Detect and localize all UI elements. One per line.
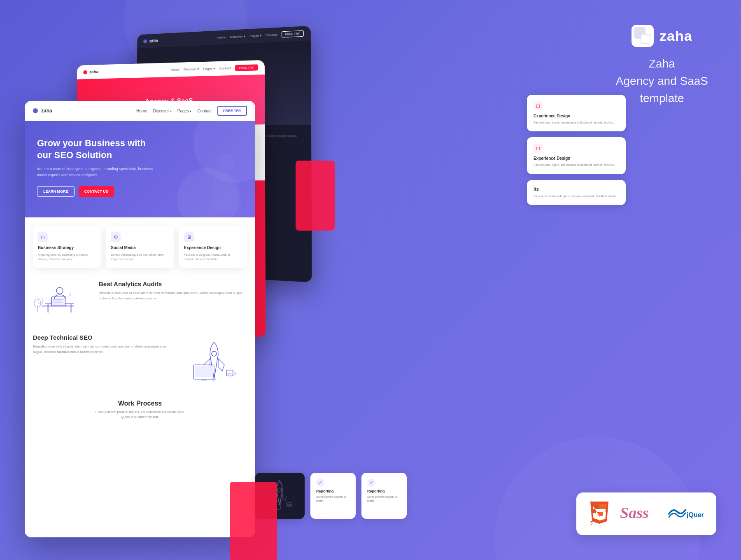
strategy-text: Morbling phontro sapiening ut mattis viv… bbox=[38, 252, 96, 262]
svg-text:$$$: $$$ bbox=[287, 504, 292, 506]
social-icon: ⚙ bbox=[111, 232, 121, 242]
brand-section: zaha ZahaAgency and SaaStemplate bbox=[616, 25, 708, 107]
analytics-text: Phasellus vitae velit sit amet diam semp… bbox=[99, 291, 247, 301]
right-card-icon-2: ◻ bbox=[534, 144, 543, 153]
social-text: Donec pellentesque turpus ullum lorem im… bbox=[111, 252, 169, 262]
pink-nav-discover: Discover ▾ bbox=[184, 67, 199, 71]
hero-subtitle: We are a team of strategists, designers,… bbox=[37, 166, 243, 178]
svg-text:5: 5 bbox=[590, 521, 593, 525]
right-card-its-label: its bbox=[534, 187, 619, 191]
brand-logo-row: zaha bbox=[631, 25, 692, 47]
strategy-icon: ◻ bbox=[38, 232, 48, 242]
seo-text: Phasellus vitae velit sit amet diam semp… bbox=[33, 344, 173, 355]
nav-dot-white bbox=[33, 108, 38, 113]
reporting-title-1: Reporting bbox=[316, 489, 350, 493]
white-nav-pages: Pages bbox=[177, 109, 192, 113]
hero-buttons: LEARN MORE CONTACT US bbox=[37, 186, 243, 197]
pink-brand-name: zaha bbox=[89, 70, 98, 74]
feature-card-strategy: ◻ Business Strategy Morbling phontro sap… bbox=[33, 226, 101, 268]
pink-nav-cta[interactable]: FREE TRY bbox=[235, 64, 258, 71]
brand-tagline: ZahaAgency and SaaStemplate bbox=[616, 55, 708, 107]
right-card-3: its en semper commodo quis quis que, mol… bbox=[527, 180, 626, 205]
svg-rect-24 bbox=[195, 366, 213, 377]
pink-nav-home: Home bbox=[171, 68, 179, 72]
right-card-1: ◻ Experience Design Facilisis arcu ligul… bbox=[527, 95, 626, 131]
reporting-check-icon-1: ✓ bbox=[316, 478, 324, 487]
dark-nav-contact: Contact bbox=[266, 33, 277, 37]
white-nav-contact: Contact bbox=[197, 109, 211, 113]
right-card-text-2: Facilisis arcu ligula, malesuada id tinc… bbox=[534, 163, 619, 167]
white-nav-links: Home Discover Pages Contact FREE TRY bbox=[136, 106, 247, 116]
right-card-title-2: Experience Design bbox=[534, 156, 619, 161]
pink-nav-logo: zaha bbox=[83, 70, 98, 75]
bottom-cards-row: $$$ ✓ Reporting Sorbi phontro sapien ut … bbox=[255, 473, 407, 519]
social-title: Social Media bbox=[111, 245, 169, 250]
white-nav-logo: zaha bbox=[33, 108, 52, 114]
right-card-2: ◻ Experience Design Facilisis arcu ligul… bbox=[527, 137, 626, 174]
seo-illustration: $$$ bbox=[181, 334, 247, 383]
svg-point-18 bbox=[56, 287, 63, 294]
reporting-title-2: Reporting bbox=[367, 489, 401, 493]
dark-nav-home: Home bbox=[217, 35, 226, 40]
white-nav-home: Home bbox=[136, 109, 147, 113]
reporting-card-2: ✓ Reporting Sorbi phontro sapien ut matt… bbox=[361, 473, 407, 519]
dark-nav-discover: Discover ▾ bbox=[230, 35, 245, 39]
jquery-icon: jQuery bbox=[667, 506, 704, 522]
svg-text:Sass: Sass bbox=[620, 504, 649, 520]
dark-nav-links: Home Discover ▾ Pages ▾ Contact FREE TRY bbox=[217, 30, 304, 41]
seo-title: Deep Technical SEO bbox=[33, 334, 173, 341]
pink-nav-contact: Contact bbox=[219, 66, 231, 70]
work-text: Fusce placerat pretium mauris, vel solli… bbox=[33, 410, 247, 420]
white-nav: zaha Home Discover Pages Contact FREE TR… bbox=[25, 101, 255, 121]
analytics-section: Best Analytics Audits Phasellus vitae ve… bbox=[25, 268, 255, 326]
tech-logos-section: 5 Sass jQuery bbox=[576, 492, 716, 535]
dark-nav-pages: Pages ▾ bbox=[249, 34, 261, 38]
reporting-text-1: Sorbi phontro sapien ut matto. bbox=[316, 495, 350, 503]
pink-overlay-right bbox=[296, 161, 335, 231]
feature-card-design: 🖥 Experience Design Facilisis arcu ligul… bbox=[179, 226, 247, 268]
seo-content: Deep Technical SEO Phasellus vitae velit… bbox=[33, 334, 173, 355]
svg-rect-19 bbox=[37, 305, 38, 313]
white-brand-name: zaha bbox=[41, 108, 52, 114]
reporting-card-1: ✓ Reporting Sorbi phontro sapien ut matt… bbox=[310, 473, 356, 519]
dark-nav-logo: zaha bbox=[143, 38, 158, 43]
html5-icon: 5 bbox=[589, 502, 610, 526]
reporting-text-2: Sorbi phontro sapien ut matto. bbox=[367, 495, 401, 503]
learn-more-button[interactable]: LEARN MORE bbox=[37, 186, 75, 197]
feature-cards-row: ◻ Business Strategy Morbling phontro sap… bbox=[25, 217, 255, 268]
analytics-title: Best Analytics Audits bbox=[99, 280, 247, 287]
work-title: Work Process bbox=[33, 400, 247, 407]
right-card-title-1: Experience Design bbox=[534, 114, 619, 118]
svg-rect-12 bbox=[70, 304, 72, 313]
contact-us-button[interactable]: CONTACT US bbox=[79, 186, 114, 197]
analytics-content: Best Analytics Audits Phasellus vitae ve… bbox=[99, 280, 247, 301]
pink-nav-pages: Pages ▾ bbox=[203, 67, 215, 71]
strategy-title: Business Strategy bbox=[38, 245, 96, 250]
svg-point-22 bbox=[212, 351, 217, 356]
right-card-body-3: en semper commodo quis quis que, molesti… bbox=[534, 194, 619, 198]
svg-point-28 bbox=[277, 488, 282, 492]
brand-name: zaha bbox=[659, 28, 692, 44]
right-card-text-1: Facilisis arcu ligula, malesuada id tinc… bbox=[534, 120, 619, 125]
design-title: Experience Design bbox=[184, 245, 242, 250]
analytics-illustration bbox=[33, 280, 91, 322]
design-icon: 🖥 bbox=[184, 232, 194, 242]
brand-logo-icon bbox=[631, 25, 654, 47]
right-feature-cards: ◻ Experience Design Facilisis arcu ligul… bbox=[527, 95, 626, 205]
svg-text:jQuery: jQuery bbox=[686, 511, 704, 518]
sass-icon: Sass bbox=[620, 504, 657, 524]
reporting-check-icon-2: ✓ bbox=[367, 478, 375, 487]
pink-nav-links: Home Discover ▾ Pages ▾ Contact FREE TRY bbox=[171, 64, 258, 73]
svg-text:$$$: $$$ bbox=[227, 372, 233, 376]
feature-card-social: ⚙ Social Media Donec pellentesque turpus… bbox=[106, 226, 174, 268]
svg-rect-11 bbox=[47, 304, 49, 313]
white-nav-cta[interactable]: FREE TRY bbox=[217, 106, 247, 116]
dark-nav-cta[interactable]: FREE TRY bbox=[282, 30, 304, 38]
dark-brand-name: zaha bbox=[149, 38, 158, 43]
pink-overlay-bottom bbox=[230, 482, 277, 560]
white-card: zaha Home Discover Pages Contact FREE TR… bbox=[25, 101, 255, 537]
nav-dot-dark bbox=[143, 39, 147, 43]
white-hero: Grow your Business withour SEO Solution … bbox=[25, 121, 255, 217]
svg-rect-25 bbox=[201, 379, 207, 381]
white-nav-discover: Discover bbox=[153, 109, 172, 113]
